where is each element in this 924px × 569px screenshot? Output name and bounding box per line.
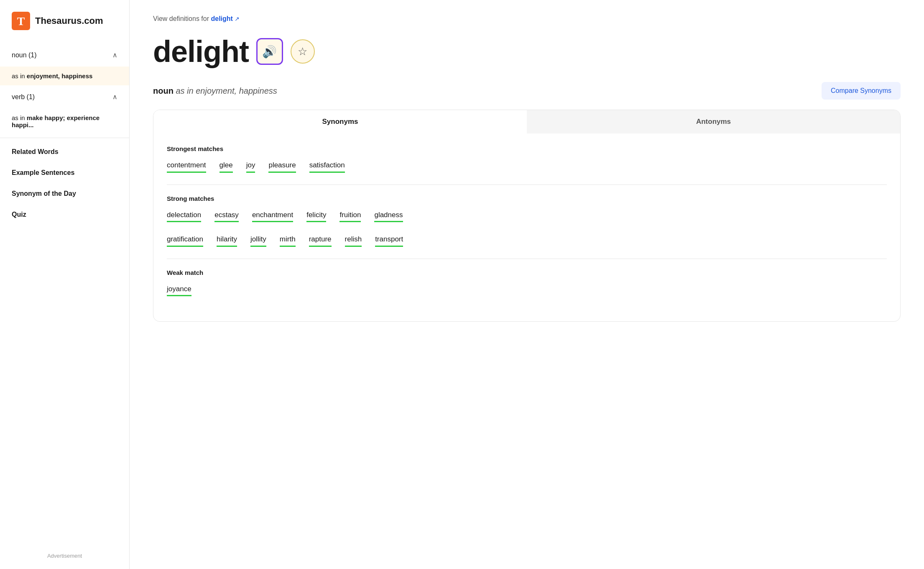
verb-section: verb (1) ∧ as in make happy; experience … xyxy=(0,85,129,134)
weak-matches-row: joyance xyxy=(167,284,887,297)
synonym-fruition[interactable]: fruition xyxy=(339,210,361,223)
strongest-matches-label: Strongest matches xyxy=(167,145,887,152)
tabs-body: Strongest matches contentment glee joy p… xyxy=(153,133,900,321)
synonym-relish[interactable]: relish xyxy=(345,234,362,247)
svg-text:T: T xyxy=(17,15,25,28)
pos-sense: as in enjoyment, happiness xyxy=(176,86,277,95)
logo-text: Thesaurus.com xyxy=(35,15,103,26)
tab-antonyms[interactable]: Antonyms xyxy=(527,110,900,133)
sidebar-nav-label: Example Sentences xyxy=(12,169,74,176)
sidebar-nav-label: Synonym of the Day xyxy=(12,190,76,197)
synonym-gratification[interactable]: gratification xyxy=(167,234,203,247)
sidebar-nav-label: Quiz xyxy=(12,211,26,218)
strongest-matches-row: contentment glee joy pleasure satisfacti… xyxy=(167,160,887,173)
strong-matches-row-1: delectation ecstasy enchantment felicity… xyxy=(167,210,887,223)
synonym-hilarity[interactable]: hilarity xyxy=(217,234,237,247)
verb-chevron-icon: ∧ xyxy=(112,93,117,101)
strong-matches-label: Strong matches xyxy=(167,195,887,202)
favorite-button[interactable]: ☆ xyxy=(291,39,315,64)
synonym-rapture[interactable]: rapture xyxy=(309,234,332,247)
section-divider-1 xyxy=(167,185,887,185)
synonym-felicity[interactable]: felicity xyxy=(306,210,326,223)
synonym-jollity[interactable]: jollity xyxy=(250,234,266,247)
sidebar-nav-label: Related Words xyxy=(12,148,59,155)
sidebar: T Thesaurus.com noun (1) ∧ as in enjoyme… xyxy=(0,0,130,569)
speaker-icon: 🔊 xyxy=(262,45,277,59)
verb-section-label: verb (1) xyxy=(12,93,35,101)
view-definitions-prefix: View definitions for xyxy=(153,15,211,22)
synonym-joyance[interactable]: joyance xyxy=(167,284,191,297)
synonyms-antonyms-tabs: Synonyms Antonyms Strongest matches cont… xyxy=(153,110,901,322)
synonym-gladness[interactable]: gladness xyxy=(374,210,403,223)
word-header: delight 🔊 ☆ xyxy=(153,34,901,69)
word-pos: noun as in enjoyment, happiness xyxy=(153,86,277,96)
section-divider-2 xyxy=(167,259,887,259)
logo-area: T Thesaurus.com xyxy=(0,12,129,44)
view-definitions-link[interactable]: delight xyxy=(211,15,232,22)
compare-synonyms-button[interactable]: Compare Synonyms xyxy=(822,82,901,100)
advertisement-label: Advertisement xyxy=(47,553,82,559)
verb-item-bold: make happy; experience happi... xyxy=(12,114,100,128)
synonym-ecstasy[interactable]: ecstasy xyxy=(214,210,239,223)
audio-button[interactable]: 🔊 xyxy=(256,38,283,65)
verb-item-make-happy[interactable]: as in make happy; experience happi... xyxy=(0,108,129,134)
noun-item-enjoyment-happiness[interactable]: as in enjoyment, happiness xyxy=(0,67,129,85)
synonym-transport[interactable]: transport xyxy=(375,234,403,247)
synonym-joy[interactable]: joy xyxy=(246,160,255,173)
pos-label: noun xyxy=(153,86,174,95)
main-content: View definitions for delight ↗ delight 🔊… xyxy=(130,0,924,569)
sidebar-advertisement: Advertisement xyxy=(0,543,129,569)
sidebar-item-related-words[interactable]: Related Words xyxy=(0,141,129,162)
noun-section-header[interactable]: noun (1) ∧ xyxy=(0,44,129,67)
sidebar-item-quiz[interactable]: Quiz xyxy=(0,204,129,225)
tab-synonyms[interactable]: Synonyms xyxy=(153,110,527,133)
sidebar-item-example-sentences[interactable]: Example Sentences xyxy=(0,162,129,183)
verb-section-header[interactable]: verb (1) ∧ xyxy=(0,85,129,108)
noun-section-label: noun (1) xyxy=(12,51,37,59)
star-icon: ☆ xyxy=(298,45,307,58)
word-title: delight xyxy=(153,34,249,69)
logo-icon: T xyxy=(12,12,30,30)
sidebar-divider xyxy=(0,138,129,138)
synonym-pleasure[interactable]: pleasure xyxy=(268,160,296,173)
word-pos-line: noun as in enjoyment, happiness Compare … xyxy=(153,82,901,100)
synonym-contentment[interactable]: contentment xyxy=(167,160,206,173)
strong-matches-row-2: gratification hilarity jollity mirth rap… xyxy=(167,234,887,247)
synonym-satisfaction[interactable]: satisfaction xyxy=(309,160,345,173)
synonym-glee[interactable]: glee xyxy=(220,160,233,173)
synonym-mirth[interactable]: mirth xyxy=(280,234,296,247)
synonym-delectation[interactable]: delectation xyxy=(167,210,201,223)
noun-section: noun (1) ∧ as in enjoyment, happiness xyxy=(0,44,129,85)
noun-chevron-icon: ∧ xyxy=(112,51,117,59)
tabs-header: Synonyms Antonyms xyxy=(153,110,900,133)
weak-match-label: Weak match xyxy=(167,269,887,276)
sidebar-item-synonym-of-the-day[interactable]: Synonym of the Day xyxy=(0,183,129,204)
synonym-enchantment[interactable]: enchantment xyxy=(252,210,293,223)
view-definitions-line: View definitions for delight ↗ xyxy=(153,15,901,23)
external-link-icon: ↗ xyxy=(235,15,240,22)
noun-item-bold: enjoyment, happiness xyxy=(27,72,93,79)
